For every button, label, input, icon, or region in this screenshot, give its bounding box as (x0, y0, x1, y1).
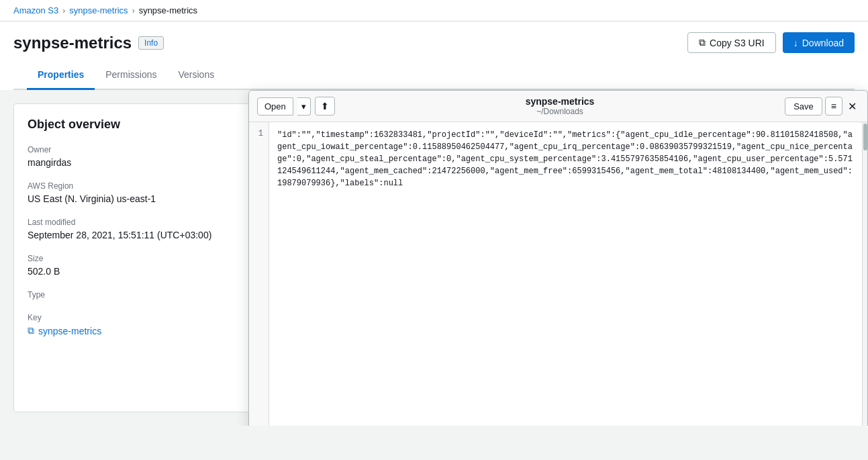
header-actions: ⧉ Copy S3 URI ↓ Download (687, 32, 855, 53)
region-value: US East (N. Virginia) us-east-1 (28, 193, 241, 204)
copy-s3-uri-button[interactable]: ⧉ Copy S3 URI (687, 32, 776, 53)
open-label: Open (264, 101, 286, 111)
scrollbar-track[interactable] (862, 122, 867, 426)
tabs: Properties Permissions Versions (13, 61, 855, 90)
viewer-toolbar-left: Open ▾ ⬆ (257, 97, 335, 116)
upload-icon: ⬆ (321, 101, 329, 111)
tab-properties[interactable]: Properties (27, 61, 95, 90)
last-modified-field: Last modified September 28, 2021, 15:51:… (28, 218, 241, 240)
download-icon: ↓ (793, 38, 798, 48)
scrollbar-thumb (863, 124, 867, 150)
type-label: Type (28, 290, 241, 300)
region-field: AWS Region US East (N. Virginia) us-east… (28, 181, 241, 204)
tab-versions[interactable]: Versions (168, 61, 226, 90)
file-viewer: Open ▾ ⬆ synpse-metrics ~/Downloads Save… (248, 90, 868, 426)
main-content: Object overview Owner mangirdas AWS Regi… (0, 90, 868, 426)
region-label: AWS Region (28, 181, 241, 191)
open-dropdown-button[interactable]: ▾ (297, 97, 311, 116)
last-modified-value: September 28, 2021, 15:51:11 (UTC+03:00) (28, 230, 241, 240)
save-button[interactable]: Save (785, 97, 822, 116)
last-modified-label: Last modified (28, 218, 241, 227)
breadcrumb: Amazon S3 › synpse-metrics › synpse-metr… (0, 0, 868, 21)
object-overview-title: Object overview (28, 118, 241, 132)
line-number-1: 1 (254, 129, 263, 138)
breadcrumb-synpse-metrics-2: synpse-metrics (139, 5, 197, 15)
menu-icon: ≡ (831, 101, 836, 111)
key-label: Key (28, 313, 241, 322)
chevron-down-icon: ▾ (301, 101, 306, 111)
size-value: 502.0 B (28, 266, 241, 277)
viewer-content: 1 "id":"","timestamp":1632833481,"projec… (249, 122, 867, 426)
tab-permissions[interactable]: Permissions (95, 61, 167, 90)
viewer-toolbar-right: Save ≡ ✕ (785, 97, 859, 116)
menu-button[interactable]: ≡ (825, 97, 842, 116)
page-header: synpse-metrics Info ⧉ Copy S3 URI ↓ Down… (0, 21, 868, 90)
object-overview-panel: Object overview Owner mangirdas AWS Regi… (13, 103, 255, 412)
breadcrumb-sep-2: › (132, 6, 135, 15)
open-button[interactable]: Open (257, 97, 293, 116)
copy-icon: ⧉ (699, 37, 706, 48)
size-label: Size (28, 254, 241, 263)
line-numbers: 1 (249, 122, 269, 426)
page-title: synpse-metrics (13, 34, 132, 52)
viewer-path: ~/Downloads (335, 107, 785, 116)
key-value-row: ⧉ synpse-metrics (28, 325, 241, 336)
viewer-header: Open ▾ ⬆ synpse-metrics ~/Downloads Save… (249, 91, 867, 122)
close-icon: ✕ (848, 101, 857, 112)
type-field: Type (28, 290, 241, 300)
owner-label: Owner (28, 145, 241, 154)
viewer-title: synpse-metrics ~/Downloads (335, 96, 785, 116)
breadcrumb-synpse-metrics-1[interactable]: synpse-metrics (69, 5, 128, 15)
owner-field: Owner mangirdas (28, 145, 241, 168)
close-button[interactable]: ✕ (845, 97, 859, 116)
owner-value: mangirdas (28, 157, 241, 168)
viewer-filename: synpse-metrics (335, 96, 785, 107)
download-label: Download (802, 38, 844, 48)
download-button[interactable]: ↓ Download (783, 32, 855, 53)
key-copy-icon[interactable]: ⧉ (28, 325, 34, 336)
info-badge[interactable]: Info (138, 36, 164, 50)
copy-s3-uri-label: Copy S3 URI (710, 38, 765, 48)
upload-button[interactable]: ⬆ (315, 97, 335, 116)
key-value[interactable]: synpse-metrics (38, 326, 101, 336)
size-field: Size 502.0 B (28, 254, 241, 277)
breadcrumb-sep-1: › (62, 6, 65, 15)
key-field: Key ⧉ synpse-metrics (28, 313, 241, 336)
code-content[interactable]: "id":"","timestamp":1632833481,"projectI… (269, 122, 862, 426)
breadcrumb-amazon-s3[interactable]: Amazon S3 (13, 5, 58, 15)
